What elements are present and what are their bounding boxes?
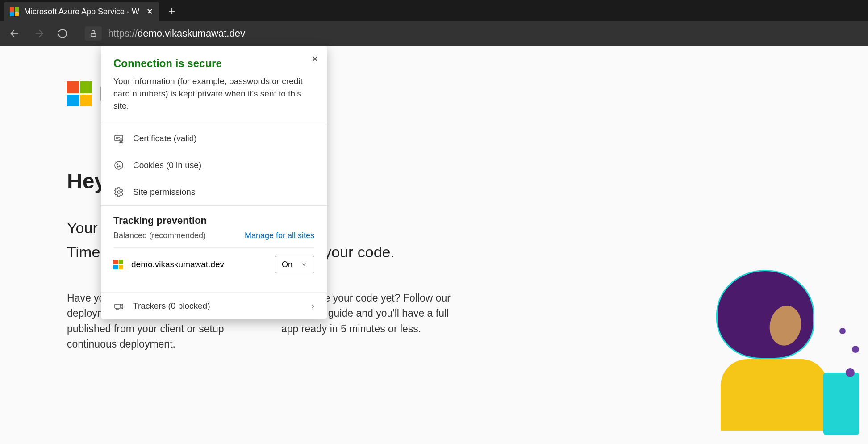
certificate-icon [113, 133, 125, 144]
svg-point-2 [120, 139, 122, 142]
forward-button[interactable] [33, 28, 45, 39]
permissions-row[interactable]: Site permissions [101, 179, 327, 205]
new-tab-button[interactable]: ＋ [167, 4, 177, 18]
svg-point-5 [119, 166, 120, 167]
svg-point-7 [117, 191, 120, 193]
tracking-site-row: demo.vikaskumawat.dev On [113, 248, 314, 281]
svg-point-3 [115, 161, 123, 169]
trackers-row[interactable]: Trackers (0 blocked) › [101, 292, 327, 319]
manage-all-sites-link[interactable]: Manage for all sites [245, 231, 314, 240]
close-popup-icon[interactable]: ✕ [311, 54, 319, 64]
site-info-popup: ✕ Connection is secure Your information … [101, 46, 327, 319]
tab-favicon [10, 7, 19, 16]
back-button[interactable] [9, 28, 21, 39]
svg-point-4 [117, 164, 118, 165]
trackers-label: Trackers (0 blocked) [133, 301, 210, 311]
chevron-right-icon: › [311, 301, 314, 311]
illustration-person [689, 256, 868, 444]
svg-rect-1 [115, 135, 123, 141]
gear-icon [113, 187, 125, 197]
certificate-row[interactable]: Certificate (valid) [101, 125, 327, 152]
tab-title: Microsoft Azure App Service - W [24, 7, 139, 17]
microsoft-logo [67, 81, 92, 106]
camera-icon [113, 301, 125, 311]
cookie-icon [113, 160, 125, 171]
svg-rect-8 [115, 304, 121, 308]
tracking-site-host: demo.vikaskumawat.dev [131, 260, 224, 269]
permissions-label: Site permissions [133, 187, 195, 197]
tracking-prevention-heading: Tracking prevention [113, 215, 314, 226]
svg-point-6 [117, 166, 118, 167]
browser-toolbar: https://demo.vikaskumawat.dev [0, 21, 868, 46]
site-favicon [113, 260, 123, 269]
refresh-button[interactable] [57, 28, 68, 39]
tracking-toggle-select[interactable]: On [275, 256, 314, 273]
browser-tab[interactable]: Microsoft Azure App Service - W ✕ [4, 2, 159, 21]
chevron-down-icon [300, 261, 308, 268]
connection-secure-description: Your information (for example, passwords… [113, 75, 314, 112]
connection-secure-title: Connection is secure [113, 57, 314, 70]
certificate-label: Certificate (valid) [133, 134, 197, 143]
svg-rect-0 [91, 33, 96, 37]
tab-strip: Microsoft Azure App Service - W ✕ ＋ [0, 0, 868, 21]
tracking-mode: Balanced (recommended) [113, 231, 206, 240]
cookies-row[interactable]: Cookies (0 in use) [101, 152, 327, 179]
address-bar[interactable]: https://demo.vikaskumawat.dev [85, 26, 859, 41]
tracking-toggle-value: On [282, 260, 292, 269]
close-tab-icon[interactable]: ✕ [146, 7, 153, 17]
lock-icon[interactable] [85, 26, 102, 41]
cookies-label: Cookies (0 in use) [133, 160, 201, 170]
url-text: https://demo.vikaskumawat.dev [108, 28, 245, 39]
